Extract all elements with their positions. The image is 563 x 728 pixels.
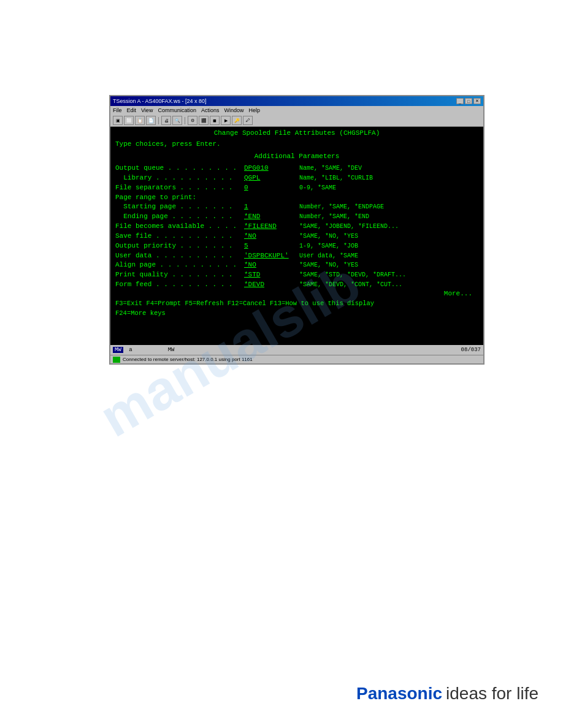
hint-print-quality: *SAME, *STD, *DEVD, *DRAFT... — [299, 271, 406, 279]
row-user-data: User data . . . . . . . . . . 'DSPBCKUPL… — [115, 251, 478, 260]
window-controls: _ □ ✕ — [456, 98, 481, 104]
toolbar-btn-3[interactable]: 📋 — [135, 116, 145, 125]
row-output-queue: Output queue . . . . . . . . . DPG010 Na… — [115, 164, 478, 173]
fkeys-row-2: F24=More keys — [115, 309, 478, 317]
toolbar-btn-11[interactable]: 🔑 — [232, 116, 242, 125]
minimize-button[interactable]: _ — [456, 98, 464, 104]
toolbar-btn-8[interactable]: ⬛ — [199, 116, 209, 125]
maximize-button[interactable]: □ — [465, 98, 472, 104]
toolbar-sep-1 — [158, 117, 159, 124]
value-output-queue[interactable]: DPG010 — [244, 164, 299, 173]
row-starting-page: Starting page . . . . . . . 1 Number, *S… — [115, 202, 478, 211]
label-library: Library . . . . . . . . . . — [115, 173, 244, 183]
status-mode-indicator: MW — [113, 347, 123, 353]
value-starting-page[interactable]: 1 — [244, 202, 299, 211]
window-title: TSession A - AS400FAX.ws - [24 x 80] — [113, 98, 207, 104]
fkeys-row-1: F3=Exit F4=Prompt F5=Refresh F12=Cancel … — [115, 300, 478, 307]
hint-ending-page: Number, *SAME, *END — [299, 213, 369, 221]
label-file-separators: File separators . . . . . . . — [115, 183, 244, 192]
hint-form-feed: *SAME, *DEVD, *CONT, *CUT... — [299, 281, 402, 289]
value-save-file[interactable]: *NO — [244, 232, 299, 241]
label-align-page: Align page . . . . . . . . . . — [115, 260, 244, 270]
hint-align-page: *SAME, *NO, *YES — [299, 261, 358, 270]
title-bar: TSession A - AS400FAX.ws - [24 x 80] _ □… — [110, 96, 483, 106]
screen-title: Change Spooled File Attributes (CHGSPLFA… — [115, 129, 478, 137]
toolbar-btn-5[interactable]: 🖨 — [161, 116, 171, 125]
menu-file[interactable]: File — [113, 107, 122, 113]
label-output-priority: Output priority . . . . . . . — [115, 241, 244, 251]
value-file-becomes-available[interactable]: *FILEEND — [244, 222, 299, 231]
menu-help[interactable]: Help — [248, 107, 260, 113]
menu-window[interactable]: Window — [224, 107, 243, 113]
hint-starting-page: Number, *SAME, *ENDPAGE — [299, 203, 384, 211]
value-output-priority[interactable]: 5 — [244, 241, 299, 251]
status-field-a: a — [126, 347, 132, 353]
row-file-becomes-available: File becomes available . . . . *FILEEND … — [115, 222, 478, 231]
row-library: Library . . . . . . . . . . QGPL Name, *… — [115, 173, 478, 183]
label-user-data: User data . . . . . . . . . . — [115, 251, 244, 260]
section-header: Additional Parameters — [115, 153, 478, 160]
toolbar-btn-6[interactable]: 🔍 — [172, 116, 182, 125]
connection-icon — [113, 357, 120, 363]
value-align-page[interactable]: *NO — [244, 260, 299, 270]
hint-file-becomes-available: *SAME, *JOBEND, *FILEEND... — [299, 222, 399, 231]
connection-bar: Connected to remote server/host: 127.0.0… — [110, 355, 483, 363]
row-ending-page: Ending page . . . . . . . . *END Number,… — [115, 212, 478, 221]
value-user-data[interactable]: 'DSPBCKUPL' — [244, 251, 299, 260]
value-ending-page[interactable]: *END — [244, 212, 299, 221]
label-starting-page: Starting page . . . . . . . — [115, 202, 244, 211]
label-page-range: Page range to print: — [115, 193, 244, 202]
value-file-separators[interactable]: 0 — [244, 183, 299, 192]
row-form-feed: Form feed . . . . . . . . . . *DEVD *SAM… — [115, 280, 478, 289]
panasonic-tagline: ideas for life — [446, 684, 538, 703]
value-form-feed[interactable]: *DEVD — [244, 280, 299, 289]
hint-save-file: *SAME, *NO, *YES — [299, 232, 358, 241]
row-output-priority: Output priority . . . . . . . 5 1-9, *SA… — [115, 241, 478, 251]
menu-communication[interactable]: Communication — [158, 107, 196, 113]
close-button[interactable]: ✕ — [473, 98, 481, 104]
menu-view[interactable]: View — [141, 107, 153, 113]
row-page-range: Page range to print: — [115, 193, 478, 202]
toolbar: ▣ ⬜ 📋 📄 🖨 🔍 ⚙ ⬛ ◼ ▶ 🔑 🖊 — [110, 115, 483, 127]
toolbar-btn-12[interactable]: 🖊 — [243, 116, 253, 125]
label-print-quality: Print quality . . . . . . . . — [115, 270, 244, 279]
toolbar-btn-7[interactable]: ⚙ — [188, 116, 197, 125]
panasonic-footer: Panasonic ideas for life — [356, 684, 538, 703]
value-library[interactable]: QGPL — [244, 173, 299, 183]
row-file-separators: File separators . . . . . . . 0 0-9, *SA… — [115, 183, 478, 192]
screen-prompt: Type choices, press Enter. — [115, 140, 478, 148]
toolbar-btn-2[interactable]: ⬜ — [124, 116, 134, 125]
toolbar-sep-2 — [185, 117, 185, 124]
label-save-file: Save file . . . . . . . . . . — [115, 232, 244, 241]
toolbar-btn-4[interactable]: 📄 — [146, 116, 156, 125]
toolbar-btn-9[interactable]: ◼ — [210, 116, 220, 125]
status-position: 08/037 — [461, 347, 481, 353]
menu-edit[interactable]: Edit — [127, 107, 137, 113]
value-print-quality[interactable]: *STD — [244, 270, 299, 279]
menu-actions[interactable]: Actions — [201, 107, 220, 113]
connection-text: Connected to remote server/host: 127.0.0… — [123, 357, 253, 362]
label-file-becomes-available: File becomes available . . . . — [115, 222, 244, 231]
more-indicator: More... — [115, 290, 472, 297]
hint-output-queue: Name, *SAME, *DEV — [299, 164, 362, 173]
hint-output-priority: 1-9, *SAME, *JOB — [299, 242, 358, 251]
hint-user-data: User data, *SAME — [299, 252, 358, 260]
label-form-feed: Form feed . . . . . . . . . . — [115, 280, 244, 289]
row-save-file: Save file . . . . . . . . . . *NO *SAME,… — [115, 232, 478, 241]
hint-file-separators: 0-9, *SAME — [299, 184, 336, 192]
label-output-queue: Output queue . . . . . . . . . — [115, 164, 244, 173]
terminal-content: Change Spooled File Attributes (CHGSPLFA… — [110, 127, 483, 345]
hint-library: Name, *LIBL, *CURLIB — [299, 174, 373, 183]
status-bar: MW a MW 08/037 — [110, 345, 483, 355]
row-align-page: Align page . . . . . . . . . . *NO *SAME… — [115, 260, 478, 270]
panasonic-brand: Panasonic — [356, 684, 442, 703]
terminal-window: TSession A - AS400FAX.ws - [24 x 80] _ □… — [109, 95, 484, 365]
toolbar-btn-1[interactable]: ▣ — [113, 116, 123, 125]
menu-bar: File Edit View Communication Actions Win… — [110, 106, 483, 115]
toolbar-btn-10[interactable]: ▶ — [221, 116, 231, 125]
status-spacer: MW — [135, 347, 459, 353]
row-print-quality: Print quality . . . . . . . . *STD *SAME… — [115, 270, 478, 279]
label-ending-page: Ending page . . . . . . . . — [115, 212, 244, 221]
